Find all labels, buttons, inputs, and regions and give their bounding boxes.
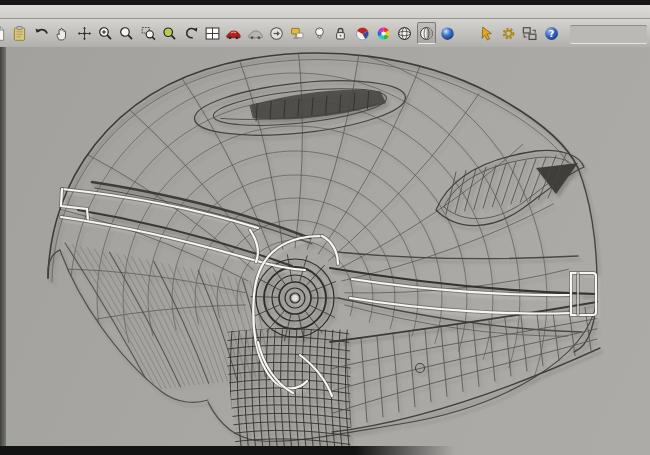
left-border (0, 47, 6, 455)
viewport-canvas[interactable] (0, 47, 650, 455)
helmet-wireframe (0, 0, 650, 455)
app-window: ? (0, 0, 650, 455)
bottom-border (0, 446, 455, 455)
